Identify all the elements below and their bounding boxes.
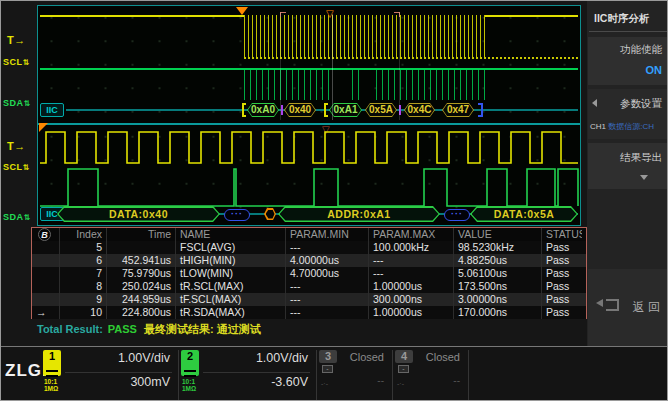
channel-1-tag: 1 bbox=[43, 350, 61, 376]
iic-idle-capsule-icon: ··· bbox=[444, 209, 470, 221]
expand-arrow-icon bbox=[640, 175, 648, 180]
iic-busline-top bbox=[66, 109, 578, 111]
channel-1-block[interactable]: 1 10:11MΩ 1.00V/div 300mV bbox=[41, 350, 179, 400]
menu-item-export-results[interactable]: 结果导出 bbox=[588, 143, 668, 189]
selected-row-arrow-icon: → bbox=[32, 306, 60, 319]
channel-3-probe: -·- bbox=[321, 380, 328, 387]
sda-burst-gap bbox=[362, 70, 374, 100]
trigger-level-label-top[interactable]: T→ bbox=[7, 34, 26, 46]
channel-1-scale: 1.00V/div bbox=[118, 351, 170, 365]
total-result-status: PASS bbox=[108, 323, 137, 335]
status-bar: ZLG 1 10:11MΩ 1.00V/div 300mV 2 10:11MΩ … bbox=[1, 346, 668, 401]
channel-3-state: Closed bbox=[350, 351, 384, 363]
decode-byte: 0x40 bbox=[284, 103, 316, 117]
iic-start-bracket-icon bbox=[242, 103, 246, 117]
decode-byte: 0xA1 bbox=[329, 103, 362, 117]
decode-byte: 0xA0 bbox=[247, 103, 279, 117]
data-source-subtext: CH1 数据信源:CH bbox=[590, 121, 654, 132]
sda-label-top[interactable]: SDA⇅ bbox=[3, 98, 31, 108]
channel-4-block[interactable]: 4 - -·- Closed -- bbox=[393, 350, 469, 400]
channel-4-coupling-box: - bbox=[398, 365, 409, 373]
menu-item-parameter-settings[interactable]: 参数设置 CH1 数据信源:CH bbox=[588, 89, 668, 139]
sda-burst-gap bbox=[334, 70, 350, 100]
zoom-window-left-line bbox=[280, 12, 281, 120]
zoom-center-line bbox=[332, 14, 333, 120]
scl-trace-high-left bbox=[40, 15, 244, 17]
oscilloscope-screen: T→ SCL⇅ SDA⇅ T→ SCL⇅ SDA⇅ IIC 0xA0 0x40 … bbox=[0, 0, 668, 401]
iic-bus-badge-top: IIC bbox=[40, 103, 64, 117]
decode-frame: ADDR:0xA1 bbox=[278, 206, 440, 222]
channel-3-block[interactable]: 3 - -·- Closed -- bbox=[317, 350, 393, 400]
table-header-row: B Index Time NAME PARAM.MIN PARAM.MAX VA… bbox=[32, 228, 586, 241]
ack-tick-icon bbox=[281, 105, 283, 115]
decode-byte: 0x47 bbox=[442, 103, 474, 117]
menu-title: IIC时序分析 bbox=[587, 7, 668, 29]
scl-label-top[interactable]: SCL⇅ bbox=[3, 57, 30, 67]
scl-trace-low-dotted bbox=[244, 57, 578, 59]
scl-trace-high-right bbox=[485, 15, 578, 17]
table-row[interactable]: 775.9790ustLOW(MIN)4.70000us---5.06100us… bbox=[32, 267, 586, 280]
menu-divider bbox=[589, 31, 667, 32]
menu-sidebar: IIC时序分析 功能使能 ON 参数设置 CH1 数据信源:CH 结果导出 返 … bbox=[587, 1, 668, 346]
decode-byte: 0x4C bbox=[404, 103, 435, 117]
sda-label-zoom[interactable]: SDA⇅ bbox=[3, 212, 31, 222]
channel-2-tag: 2 bbox=[181, 350, 199, 376]
table-row[interactable]: 6452.941ustHIGH(MIN)4.00000us---4.88250u… bbox=[32, 254, 586, 267]
channel-2-offset: -3.60V bbox=[271, 375, 308, 389]
channel-3-offset: -- bbox=[377, 375, 384, 386]
back-button[interactable]: 返 回 bbox=[588, 269, 668, 346]
table-row[interactable]: 5FSCL(AVG)---100.000kHz98.5230kHzPass bbox=[32, 241, 586, 254]
channel-2-block[interactable]: 2 10:11MΩ 1.00V/div -3.60V bbox=[179, 350, 317, 400]
divider bbox=[65, 372, 172, 373]
timing-results-table: B Index Time NAME PARAM.MIN PARAM.MAX VA… bbox=[31, 227, 587, 319]
table-row[interactable]: 9244.959ustF.SCL(MAX)---300.000ns3.00000… bbox=[32, 293, 586, 306]
decode-frame: DATA:0x5A bbox=[470, 206, 578, 222]
divider bbox=[203, 372, 310, 373]
total-result-label: Total Result: bbox=[37, 323, 103, 335]
menu-item-function-enable[interactable]: 功能使能 ON bbox=[588, 37, 668, 85]
dc-coupling-icon bbox=[184, 370, 196, 377]
table-row[interactable]: 8250.024ustR.SCL(MAX)---1.00000us173.500… bbox=[32, 280, 586, 293]
trigger-level-label-zoom[interactable]: T→ bbox=[7, 140, 26, 152]
collapse-arrow-icon bbox=[592, 99, 597, 107]
decode-frame: DATA:0x40 bbox=[57, 206, 220, 222]
waveform-display[interactable]: IIC 0xA0 0x40 0xA1 0x5A 0x4C 0x47 ▽ ▽ bbox=[37, 5, 581, 226]
iic-stop-bracket-icon bbox=[478, 103, 483, 117]
back-arrow-icon bbox=[596, 299, 603, 307]
channel-4-tag: 4 bbox=[395, 350, 413, 363]
decode-byte: 0x5A bbox=[365, 103, 397, 117]
channel-1-offset: 300mV bbox=[130, 375, 170, 389]
total-result-line: Total Result:PASS最终测试结果: 通过测试 bbox=[37, 322, 261, 337]
back-label: 返 回 bbox=[633, 299, 660, 316]
channel-4-offset: -- bbox=[453, 375, 460, 386]
trigger-position-marker-icon[interactable] bbox=[236, 7, 248, 15]
b-window-badge[interactable]: B bbox=[38, 228, 51, 241]
channel-4-probe: -·- bbox=[397, 380, 404, 387]
zoom-window-right-line bbox=[399, 12, 400, 120]
iic-restart-bracket-icon bbox=[324, 103, 328, 117]
channel-3-coupling-box: - bbox=[322, 365, 333, 373]
overview-panel: IIC 0xA0 0x40 0xA1 0x5A 0x4C 0x47 bbox=[38, 6, 580, 123]
total-result-note-cn: 最终测试结果: 通过测试 bbox=[144, 323, 261, 335]
enable-value: ON bbox=[646, 64, 663, 76]
zoom-panel: ▽ IIC DATA:0x40 ··· ADDR:0xA1 ··· DATA:0… bbox=[38, 125, 580, 225]
table-row-selected[interactable]: →10224.800ustR.SDA(MAX)---1.00000us170.0… bbox=[32, 306, 586, 319]
scl-zoom-wave bbox=[40, 132, 578, 163]
iic-idle-capsule-icon: ··· bbox=[224, 209, 250, 221]
channel-1-probe: 10:11MΩ bbox=[44, 378, 58, 392]
channel-4-state: Closed bbox=[426, 351, 460, 363]
sda-zoom-wave bbox=[40, 169, 578, 206]
channel-3-tag: 3 bbox=[319, 350, 337, 363]
channel-2-scale: 1.00V/div bbox=[256, 351, 308, 365]
channel-2-probe: 10:11MΩ bbox=[182, 378, 196, 392]
dc-coupling-icon bbox=[46, 370, 58, 377]
scl-label-zoom[interactable]: SCL⇅ bbox=[3, 162, 30, 172]
back-box-icon bbox=[606, 299, 619, 311]
